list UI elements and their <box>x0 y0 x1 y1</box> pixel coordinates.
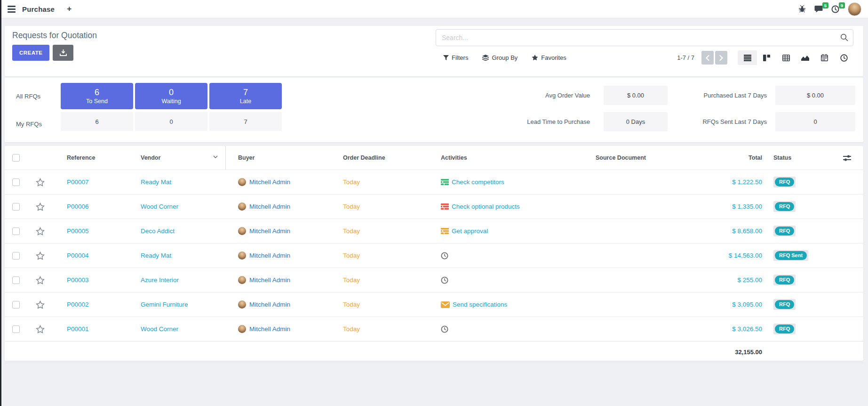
header-activities[interactable]: Activities <box>433 154 583 161</box>
favorite-star-icon[interactable] <box>36 178 45 187</box>
all-rfqs-label: All RFQs <box>16 93 40 100</box>
row-checkbox[interactable] <box>12 325 20 333</box>
new-tab-button[interactable]: + <box>67 4 72 14</box>
group-by-button[interactable]: Group By <box>482 54 518 61</box>
kanban-view-button[interactable] <box>757 50 776 65</box>
favorite-star-icon[interactable] <box>36 227 45 235</box>
order-deadline: Today <box>343 276 360 284</box>
activity-link[interactable]: Send specifications <box>453 301 507 308</box>
order-deadline: Today <box>343 203 360 210</box>
pivot-view-icon <box>782 55 790 61</box>
favorite-star-icon[interactable] <box>36 203 45 211</box>
export-button[interactable] <box>53 45 73 61</box>
search-input[interactable] <box>441 31 833 44</box>
reference-link[interactable]: P00007 <box>67 179 89 186</box>
clock-activity-icon[interactable] <box>441 252 448 260</box>
buyer-link[interactable]: Mitchell Admin <box>249 301 290 308</box>
activity-view-button[interactable] <box>834 50 853 65</box>
buyer-link[interactable]: Mitchell Admin <box>249 276 290 284</box>
bug-icon <box>798 5 806 13</box>
header-status[interactable]: Status <box>762 154 826 161</box>
status-badge: RFQ Sent <box>773 250 808 261</box>
row-checkbox[interactable] <box>12 179 20 186</box>
table-header: Reference Vendor Buyer Order Deadline Ac… <box>5 146 863 170</box>
graph-view-button[interactable] <box>796 50 815 65</box>
table-row[interactable]: P00007 Ready Mat Mitchell Admin Today Ch… <box>5 170 863 194</box>
header-source-document[interactable]: Source Document <box>583 154 706 161</box>
header-reference[interactable]: Reference <box>53 154 137 161</box>
reference-link[interactable]: P00004 <box>67 252 89 259</box>
pivot-view-button[interactable] <box>776 50 796 65</box>
messages-menu[interactable]: 5 <box>814 5 823 13</box>
user-avatar[interactable] <box>848 2 861 16</box>
status-badge: RFQ <box>773 324 796 334</box>
messages-count-badge: 5 <box>822 2 828 8</box>
total-amount: $ 1,335.00 <box>732 203 762 210</box>
favorites-button[interactable]: Favorites <box>532 54 566 61</box>
pager-next-button[interactable] <box>715 51 727 65</box>
calendar-view-button[interactable] <box>815 50 834 65</box>
reference-link[interactable]: P00006 <box>67 203 89 210</box>
search-box <box>436 29 853 46</box>
create-button[interactable]: CREATE <box>12 45 49 61</box>
status-badge: RFQ <box>773 299 796 310</box>
apps-menu-icon[interactable] <box>8 6 16 13</box>
status-badge: RFQ <box>773 201 796 212</box>
header-buyer[interactable]: Buyer <box>226 154 329 161</box>
filters-button[interactable]: Filters <box>443 54 468 61</box>
table-footer: 32,155.00 <box>5 341 863 363</box>
my-late-cell[interactable]: 7 <box>209 112 282 131</box>
optional-columns-sliders-icon[interactable] <box>843 155 851 161</box>
late-button[interactable]: 7 Late <box>209 83 282 109</box>
reference-link[interactable]: P00002 <box>67 301 89 308</box>
order-deadline: Today <box>343 227 360 235</box>
reference-link[interactable]: P00005 <box>67 227 89 235</box>
pager-previous-button[interactable] <box>701 51 714 65</box>
clock-activity-icon[interactable] <box>441 276 448 284</box>
row-checkbox[interactable] <box>12 227 20 235</box>
debug-bug-icon[interactable] <box>798 5 806 13</box>
activity-link[interactable]: Check optional products <box>452 203 520 210</box>
order-deadline: Today <box>343 325 360 333</box>
header-order-deadline[interactable]: Order Deadline <box>329 154 433 161</box>
buyer-link[interactable]: Mitchell Admin <box>249 179 290 186</box>
buyer-link[interactable]: Mitchell Admin <box>249 203 290 210</box>
my-waiting-cell[interactable]: 0 <box>135 112 207 131</box>
activities-menu[interactable]: 9 <box>831 5 839 13</box>
header-total[interactable]: Total <box>706 154 762 161</box>
vendor-name: Deco Addict <box>141 227 175 235</box>
row-checkbox[interactable] <box>12 203 20 211</box>
clock-activity-icon[interactable] <box>441 325 448 333</box>
table-row[interactable]: P00001 Wood Corner Mitchell Admin Today … <box>5 317 863 341</box>
table-row[interactable]: P00002 Gemini Furniture Mitchell Admin T… <box>5 292 863 317</box>
search-icon[interactable] <box>840 33 848 41</box>
favorite-star-icon[interactable] <box>36 252 45 260</box>
buyer-link[interactable]: Mitchell Admin <box>249 325 290 333</box>
purchase-app-page: Purchase + 5 9 Requests for Quotation CR… <box>0 0 868 406</box>
table-row[interactable]: P00004 Ready Mat Mitchell Admin Today $ … <box>5 243 863 268</box>
header-vendor[interactable]: Vendor <box>137 146 226 170</box>
waiting-button[interactable]: 0 Waiting <box>135 83 207 109</box>
app-name[interactable]: Purchase <box>22 5 55 13</box>
row-checkbox[interactable] <box>12 252 20 260</box>
row-checkbox[interactable] <box>12 276 20 284</box>
table-row[interactable]: P00006 Wood Corner Mitchell Admin Today … <box>5 194 863 219</box>
favorite-star-icon[interactable] <box>36 325 45 333</box>
activity-link[interactable]: Check competitors <box>452 179 504 186</box>
reference-link[interactable]: P00003 <box>67 276 89 284</box>
my-to-send-cell[interactable]: 6 <box>61 112 133 131</box>
favorite-star-icon[interactable] <box>36 276 45 284</box>
to-send-button[interactable]: 6 To Send <box>61 83 133 109</box>
buyer-link[interactable]: Mitchell Admin <box>249 227 290 235</box>
tasks-activity-icon <box>441 179 449 185</box>
row-checkbox[interactable] <box>12 301 20 309</box>
table-row[interactable]: P00003 Azure Interior Mitchell Admin Tod… <box>5 268 863 292</box>
activity-link[interactable]: Get approval <box>452 227 488 235</box>
table-row[interactable]: P00005 Deco Addict Mitchell Admin Today … <box>5 219 863 243</box>
reference-link[interactable]: P00001 <box>67 325 89 333</box>
favorite-star-icon[interactable] <box>36 300 45 309</box>
purchased-last-7-days-label: Purchased Last 7 Days <box>645 92 767 99</box>
select-all-checkbox[interactable] <box>12 154 20 162</box>
buyer-link[interactable]: Mitchell Admin <box>249 252 290 259</box>
list-view-button[interactable] <box>738 50 757 65</box>
